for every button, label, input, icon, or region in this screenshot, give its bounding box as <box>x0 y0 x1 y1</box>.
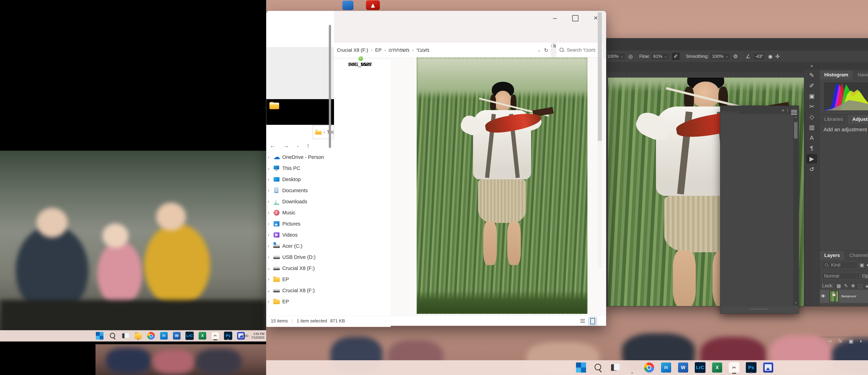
tab-adjustments[interactable]: Adjustments <box>848 115 868 124</box>
adjustment-icon[interactable] <box>859 172 866 179</box>
dock-panel-icon[interactable]: ↺ <box>806 164 817 174</box>
photoshop-titlebar[interactable]: – X <box>603 38 868 51</box>
action-button[interactable] <box>722 181 792 187</box>
brush-angle-input[interactable]: -43° <box>753 53 765 60</box>
taskbar-app[interactable] <box>121 331 130 340</box>
breadcrumb-item[interactable]: Crucial X8 (F:) <box>337 48 368 53</box>
layer-row-background[interactable]: 👁︎ Background 🔒︎ <box>820 290 868 303</box>
expand-chevron-icon[interactable]: ⌄ <box>266 288 271 293</box>
sidebar-item[interactable]: › Documents <box>266 185 334 196</box>
actions-panel-tab[interactable] <box>720 111 726 114</box>
adjustment-icon[interactable] <box>859 186 866 192</box>
airbrush-toggle[interactable]: ✐ <box>672 53 679 60</box>
sidebar-item[interactable]: › OneDrive - Person <box>266 152 334 163</box>
expand-chevron-icon[interactable]: › <box>266 232 271 237</box>
taskbar-app[interactable]: ✂ <box>211 331 220 340</box>
sidebar-item[interactable]: › USB Drive (D:) <box>266 252 334 263</box>
taskbar-app[interactable]: LrC <box>185 331 194 340</box>
dock-panel-icon[interactable]: ▶ <box>806 154 817 164</box>
taskbar-app[interactable] <box>575 361 587 374</box>
dock-panel-icon[interactable]: ▥ <box>806 122 817 132</box>
tab-channels[interactable]: Channels <box>845 251 868 260</box>
expand-chevron-icon[interactable]: ⌄ <box>266 266 271 271</box>
symmetry-icon[interactable]: ✣ <box>775 53 780 59</box>
action-button[interactable] <box>722 144 792 151</box>
file-item[interactable] <box>334 59 386 62</box>
link-layers-icon[interactable]: ∞ <box>828 338 832 344</box>
lock-all-icon[interactable]: 🔒︎ <box>866 283 868 288</box>
adjustment-icon[interactable] <box>859 199 866 207</box>
action-button[interactable] <box>722 261 792 268</box>
desktop-icon-app-blue[interactable] <box>342 1 353 10</box>
lock-artboard-icon[interactable]: ⬚ <box>858 283 863 289</box>
action-button[interactable] <box>722 232 792 238</box>
action-button[interactable] <box>722 290 792 297</box>
dock-panel-icon[interactable]: ✎ <box>806 70 817 80</box>
action-button[interactable] <box>722 246 792 253</box>
horizontal-ruler[interactable] <box>603 72 804 78</box>
layer-mask-icon[interactable]: ▣ <box>848 338 854 344</box>
collapse-dock-chevron-icon[interactable]: « <box>804 62 819 70</box>
history-chevron-icon[interactable]: ⌄ <box>296 144 299 149</box>
maximize-button[interactable] <box>572 15 579 21</box>
taskbar-app[interactable]: X <box>711 361 723 374</box>
action-button[interactable] <box>722 239 792 246</box>
layer-thumbnail[interactable] <box>830 291 838 302</box>
tab-layers[interactable]: Layers <box>820 251 844 260</box>
adjustment-icon[interactable] <box>859 223 866 230</box>
action-button[interactable] <box>722 276 792 282</box>
filter-image-icon[interactable]: ▣ <box>860 262 864 268</box>
adjustment-icon[interactable] <box>859 134 866 142</box>
sidebar-item[interactable]: › Music <box>266 207 334 218</box>
lock-position-icon[interactable]: ✥ <box>851 283 855 289</box>
expand-chevron-icon[interactable]: › <box>266 188 271 193</box>
action-button[interactable] <box>722 122 792 129</box>
expand-chevron-icon[interactable]: › <box>266 177 271 182</box>
breadcrumb-item[interactable]: מעובד <box>416 48 429 53</box>
taskbar-app[interactable]: W <box>677 361 689 374</box>
expand-chevron-icon[interactable]: › <box>266 255 271 259</box>
expand-chevron-icon[interactable]: › <box>266 299 271 304</box>
sidebar-item[interactable]: ⌄ This PC <box>266 163 334 174</box>
expand-chevron-icon[interactable]: › <box>266 221 271 226</box>
expand-chevron-icon[interactable]: › <box>266 199 271 204</box>
action-button[interactable] <box>722 210 792 217</box>
back-button[interactable]: ← <box>270 142 276 149</box>
sidebar-scrollbar[interactable] <box>329 25 331 148</box>
adjustment-icon[interactable] <box>859 149 866 155</box>
taskbar-app[interactable] <box>609 361 621 374</box>
taskbar-app[interactable]: ✂ <box>728 361 740 374</box>
actions-panel-footer[interactable] <box>720 306 799 313</box>
expand-chevron-icon[interactable]: › <box>266 210 271 215</box>
layer-style-fx-icon[interactable]: fx <box>838 338 842 344</box>
adjustment-icon[interactable] <box>859 207 866 213</box>
sidebar-item[interactable]: › Desktop <box>266 174 334 185</box>
breadcrumb-item[interactable]: משפחתינו <box>389 48 409 53</box>
layer-filter-kind-select[interactable]: Kind⌄ <box>822 262 857 269</box>
action-button[interactable] <box>722 174 792 180</box>
blend-mode-select[interactable]: Normal⌄ <box>822 273 860 280</box>
action-button[interactable] <box>722 152 792 158</box>
taskbar-app[interactable] <box>592 361 604 374</box>
sidebar-item[interactable]: › EP <box>266 296 334 307</box>
dock-panel-icon[interactable]: ✂ <box>806 101 817 111</box>
taskbar-app[interactable] <box>643 361 655 374</box>
action-button[interactable] <box>722 224 792 231</box>
action-button[interactable] <box>722 283 792 289</box>
action-button[interactable] <box>722 268 792 275</box>
adjustment-icon[interactable] <box>859 179 866 186</box>
expand-chevron-icon[interactable]: ⌄ <box>266 166 271 171</box>
adjustment-icon[interactable] <box>859 155 866 162</box>
taskbar-app[interactable]: X <box>198 331 207 340</box>
thumbnail-view-toggle[interactable] <box>588 317 597 325</box>
adjustment-icon[interactable] <box>859 162 866 169</box>
taskbar-app[interactable] <box>626 361 638 374</box>
taskbar-app[interactable]: Ps <box>224 331 232 340</box>
dock-panel-icon[interactable]: A <box>806 133 817 143</box>
action-button[interactable] <box>722 188 792 195</box>
lock-transparency-icon[interactable]: ▦ <box>837 283 841 289</box>
action-button[interactable] <box>722 137 792 144</box>
dock-panel-icon[interactable]: ¶ <box>806 143 817 153</box>
adjustment-icon[interactable] <box>859 237 866 244</box>
taskbar-app[interactable] <box>108 331 117 340</box>
